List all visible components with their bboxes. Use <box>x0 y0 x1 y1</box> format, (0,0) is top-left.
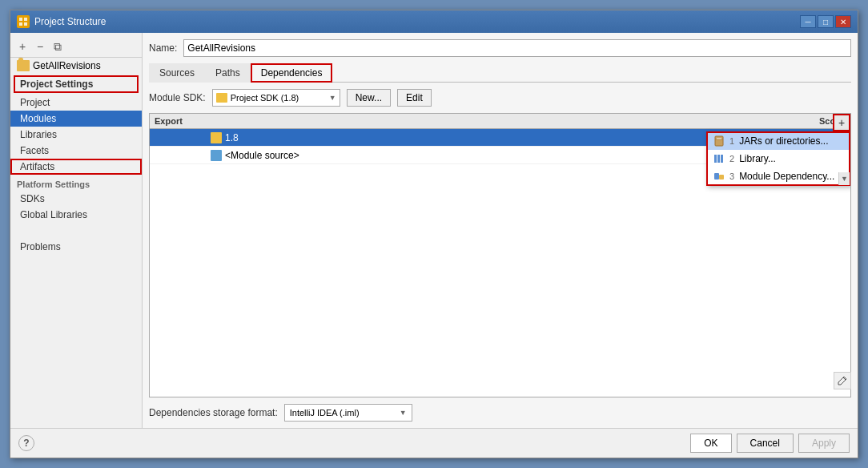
svg-rect-10 <box>714 173 719 180</box>
name-input[interactable] <box>183 39 851 57</box>
close-button[interactable]: ✕ <box>835 15 851 28</box>
sdk-new-button[interactable]: New... <box>347 89 391 107</box>
dep-dropdown-popup: 1 JARs or directories... 2 Libr <box>706 131 850 186</box>
dropdown-num-2: 2 <box>729 154 734 163</box>
svg-rect-5 <box>717 138 721 139</box>
svg-rect-11 <box>719 175 724 180</box>
dropdown-item-jars[interactable]: 1 JARs or directories... <box>707 132 850 150</box>
svg-rect-8 <box>717 155 720 163</box>
dropdown-label-module-dep: Module Dependency... <box>739 171 834 182</box>
sidebar-item-artifacts[interactable]: Artifacts <box>10 159 142 175</box>
project-structure-window: Project Structure ─ □ ✕ + − ⧉ GetAllRevi… <box>10 10 858 458</box>
sdk-label: Module SDK: <box>149 92 206 103</box>
sdk-dropdown[interactable]: Project SDK (1.8) ▼ <box>212 89 340 107</box>
sdk-row-icon <box>211 132 222 143</box>
dropdown-item-module-dep[interactable]: 3 Module Dependency... <box>707 167 850 185</box>
sidebar-item-problems[interactable]: Problems <box>10 239 142 255</box>
sdk-row: Module SDK: Project SDK (1.8) ▼ New... E… <box>149 89 851 107</box>
name-row: Name: <box>149 39 851 57</box>
svg-rect-7 <box>714 155 717 163</box>
export-col-header: Export <box>155 116 211 126</box>
left-panel-toolbar: + − ⧉ <box>10 36 142 58</box>
dropdown-num-3: 3 <box>729 171 734 181</box>
sidebar-item-global-libraries[interactable]: Global Libraries <box>10 207 142 223</box>
name-label: Name: <box>149 42 177 54</box>
jar-icon <box>713 135 725 147</box>
svg-rect-3 <box>24 22 27 26</box>
title-bar-left: Project Structure <box>17 15 106 28</box>
window-title: Project Structure <box>34 16 106 27</box>
svg-rect-1 <box>24 18 27 21</box>
tab-sources[interactable]: Sources <box>149 63 205 83</box>
module-dep-icon <box>713 171 725 182</box>
window-content: + − ⧉ GetAllRevisions Project Settings P… <box>10 33 858 428</box>
module-folder-icon <box>17 60 30 71</box>
dropdown-item-library[interactable]: 2 Library... <box>707 150 850 167</box>
cancel-button[interactable]: Cancel <box>737 434 794 453</box>
pencil-icon <box>838 376 847 385</box>
format-value: IntelliJ IDEA (.iml) <box>290 408 396 418</box>
bottom-left: ? <box>18 435 34 451</box>
bottom-right: OK Cancel Apply <box>690 434 850 453</box>
name-col-header <box>211 116 782 126</box>
module-name: GetAllRevisions <box>33 60 101 71</box>
ok-button[interactable]: OK <box>690 434 731 453</box>
right-panel: Name: Sources Paths Dependencies Module … <box>143 33 858 428</box>
app-icon <box>17 15 30 28</box>
add-module-button[interactable]: + <box>15 39 30 54</box>
svg-rect-9 <box>721 155 723 163</box>
bottom-bar: ? OK Cancel Apply <box>10 428 858 458</box>
dropdown-label-library: Library... <box>739 153 776 164</box>
format-dropdown-arrow: ▼ <box>400 409 407 417</box>
module-src-icon <box>211 150 222 161</box>
sidebar-item-project[interactable]: Project <box>10 95 142 111</box>
sdk-dropdown-arrow: ▼ <box>329 94 336 102</box>
svg-rect-0 <box>19 18 22 21</box>
dropdown-num-1: 1 <box>729 136 734 146</box>
dep-name-cell-2: <Module source> <box>211 150 782 161</box>
dep-add-button[interactable]: + <box>833 114 850 131</box>
sidebar-item-sdks[interactable]: SDKs <box>10 191 142 207</box>
dep-table: Export Scope + <box>149 113 851 397</box>
tab-dependencies[interactable]: Dependencies <box>251 63 333 83</box>
svg-rect-4 <box>715 136 723 146</box>
format-dropdown[interactable]: IntelliJ IDEA (.iml) ▼ <box>284 404 412 422</box>
format-row: Dependencies storage format: IntelliJ ID… <box>149 404 851 422</box>
apply-button[interactable]: Apply <box>798 434 850 453</box>
dep-table-area: Export Scope + <box>149 113 851 397</box>
sidebar-item-facets[interactable]: Facets <box>10 143 142 159</box>
format-label: Dependencies storage format: <box>149 407 278 418</box>
library-icon <box>713 153 725 164</box>
title-bar: Project Structure ─ □ ✕ <box>10 10 858 33</box>
project-settings-header: Project Settings <box>14 75 139 93</box>
module-item[interactable]: GetAllRevisions <box>10 58 142 74</box>
help-button[interactable]: ? <box>18 435 34 451</box>
maximize-button[interactable]: □ <box>818 15 834 28</box>
copy-module-button[interactable]: ⧉ <box>50 39 65 54</box>
dropdown-label-jars: JARs or directories... <box>739 135 828 147</box>
sdk-edit-button[interactable]: Edit <box>397 89 432 107</box>
dep-name-cell-1: 1.8 <box>211 132 782 143</box>
tab-paths[interactable]: Paths <box>205 63 251 83</box>
edit-button[interactable] <box>834 372 851 389</box>
sdk-value: Project SDK (1.8) <box>231 93 326 103</box>
tabs-row: Sources Paths Dependencies <box>149 63 851 83</box>
table-side-controls <box>834 372 851 389</box>
dep-table-header: Export Scope + <box>150 114 850 129</box>
svg-rect-2 <box>19 22 22 26</box>
minimize-button[interactable]: ─ <box>800 15 816 28</box>
remove-module-button[interactable]: − <box>33 39 47 54</box>
sidebar-item-modules[interactable]: Modules <box>10 111 142 127</box>
sdk-folder-icon <box>216 93 227 103</box>
title-bar-controls: ─ □ ✕ <box>800 15 851 28</box>
scroll-indicator: ▼ <box>838 172 850 185</box>
platform-settings-header: Platform Settings <box>10 175 142 191</box>
left-panel: + − ⧉ GetAllRevisions Project Settings P… <box>10 33 143 428</box>
sidebar-item-libraries[interactable]: Libraries <box>10 127 142 143</box>
